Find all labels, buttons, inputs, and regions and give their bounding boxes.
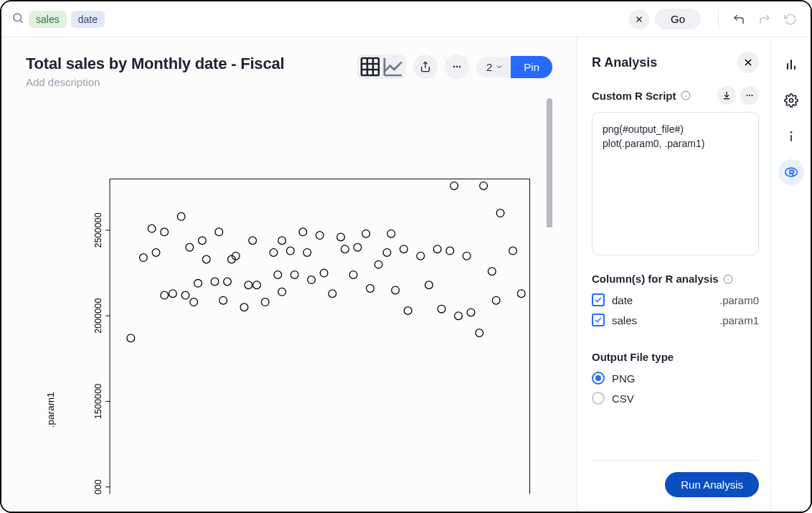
svg-point-44 [224,278,232,286]
table-view-button[interactable] [359,56,382,77]
panel-title: R Analysis [592,55,657,70]
svg-rect-4 [362,58,379,75]
output-png-label: PNG [612,372,636,385]
script-more-button[interactable] [740,86,759,105]
svg-point-56 [286,247,294,255]
rail-info-button[interactable] [778,123,804,149]
search-icon [11,11,24,27]
radio-png[interactable] [592,372,605,385]
svg-point-100 [749,95,750,96]
svg-text:2500000: 2500000 [93,212,103,248]
svg-point-73 [392,286,400,294]
radio-csv[interactable] [592,392,605,405]
svg-text:1500000: 1500000 [93,384,103,419]
svg-point-34 [177,212,185,220]
close-panel-button[interactable] [737,52,759,73]
right-rail [770,37,811,512]
share-button[interactable] [413,55,438,79]
column-checkbox-date[interactable] [592,293,605,306]
svg-point-12 [453,66,455,67]
svg-point-53 [274,271,282,279]
svg-point-61 [316,232,324,240]
column-name-sales: sales [612,314,637,326]
description-placeholder[interactable]: Add description [26,76,284,88]
output-label: Output File type [592,351,759,363]
column-row-sales: sales .param1 [592,314,759,326]
svg-point-29 [148,225,156,232]
column-param-date: .param0 [719,294,759,306]
svg-point-37 [190,298,198,306]
svg-point-0 [14,14,22,22]
column-name-date: date [612,294,633,306]
svg-point-67 [354,243,362,251]
svg-point-110 [790,131,792,133]
svg-point-87 [488,268,496,276]
undo-button[interactable] [729,9,749,29]
pin-count: 2 [486,61,492,73]
svg-point-65 [341,245,349,253]
script-label: Custom R Script [592,90,676,102]
rail-r-button[interactable] [778,159,804,185]
redo-button[interactable] [755,9,775,29]
svg-point-88 [492,296,500,304]
svg-point-31 [161,228,169,236]
scatter-chart: 000150000020000002500000.param1 [26,98,544,512]
chart-view-button[interactable] [382,56,405,77]
view-toggle [357,55,406,79]
r-analysis-panel: R Analysis Custom R Script [577,37,770,512]
svg-text:000: 000 [93,479,103,494]
svg-point-48 [245,281,252,289]
svg-point-80 [446,247,454,255]
svg-point-70 [374,260,382,268]
search-chip-sales[interactable]: sales [29,11,67,28]
svg-point-90 [509,247,517,255]
svg-point-28 [140,254,148,262]
svg-point-101 [752,95,753,96]
svg-point-43 [219,296,227,304]
scrollbar[interactable] [547,98,552,512]
svg-point-74 [400,245,407,253]
svg-point-35 [181,291,189,299]
info-icon [723,274,733,284]
svg-point-111 [785,168,797,177]
svg-point-50 [253,281,261,289]
svg-point-41 [211,278,219,286]
run-analysis-button[interactable]: Run Analysis [665,472,759,497]
clear-search-button[interactable] [629,9,649,29]
svg-point-76 [417,252,425,260]
download-script-button[interactable] [717,86,736,105]
search-chip-date[interactable]: date [71,11,105,28]
column-checkbox-sales[interactable] [592,314,605,326]
svg-point-39 [199,237,207,245]
svg-text:2000000: 2000000 [93,298,103,334]
more-options-button[interactable] [445,55,469,79]
svg-point-83 [463,252,471,260]
svg-point-49 [249,237,257,245]
output-option-csv[interactable]: CSV [592,392,759,405]
svg-point-77 [425,281,433,289]
svg-point-66 [349,271,357,279]
output-csv-label: CSV [612,392,634,405]
reset-button[interactable] [780,9,801,29]
rail-settings-button[interactable] [778,88,804,113]
column-row-date: date .param0 [592,293,759,306]
columns-label: Column(s) for R analysis [592,273,719,285]
output-option-png[interactable]: PNG [592,372,759,385]
svg-point-71 [383,249,391,257]
r-script-editor[interactable]: png(#output_file#) plot(.param0, .param1… [592,112,759,255]
svg-point-14 [459,66,461,67]
search-bar: sales date Go [1,1,811,37]
svg-point-30 [152,249,160,257]
svg-point-57 [291,271,298,279]
svg-point-60 [308,276,316,284]
chevron-down-icon [495,62,504,71]
pin-count-dropdown[interactable]: 2 [476,57,511,77]
go-button[interactable]: Go [655,9,701,29]
rail-chart-button[interactable] [778,52,804,77]
svg-point-33 [169,290,177,298]
svg-point-86 [480,182,488,190]
svg-text:.param1: .param1 [45,392,56,428]
svg-point-82 [455,312,463,320]
svg-point-81 [450,182,458,190]
pin-button[interactable]: Pin [511,56,552,78]
